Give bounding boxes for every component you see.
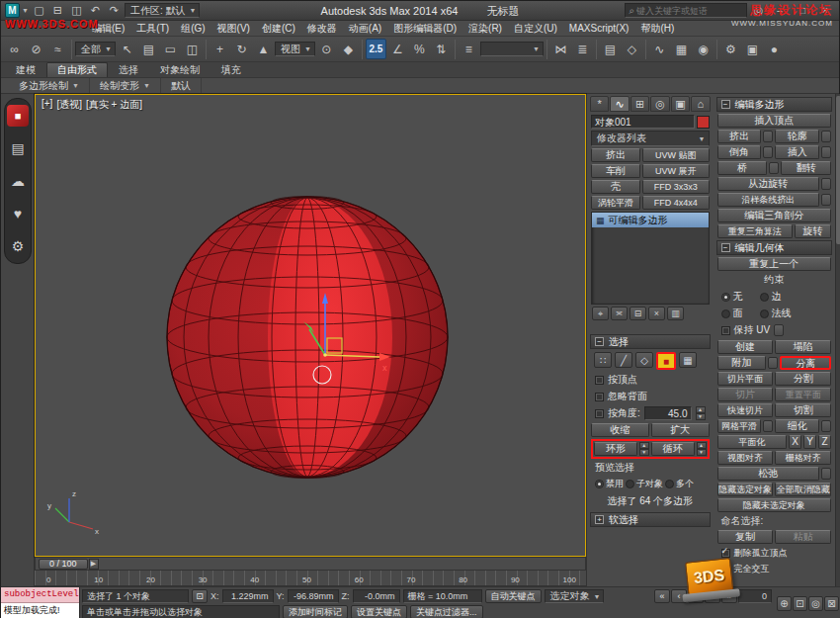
modifier-list-dropdown[interactable]: 修改器列表 ▼ xyxy=(591,131,710,146)
menu-graph-editors[interactable]: 图形编辑器(D) xyxy=(387,21,462,36)
slice-button[interactable]: 切片 xyxy=(717,388,774,401)
key-filter-selected-dropdown[interactable]: 选定对象 ▼ xyxy=(545,589,605,603)
relax-settings-button[interactable] xyxy=(821,468,831,480)
repeat-last-button[interactable]: 重复上一个 xyxy=(717,257,832,271)
viewport-canvas[interactable]: x x y z xyxy=(36,95,585,556)
auto-key-button[interactable]: 自动关键点 xyxy=(485,589,542,603)
track-bar-ruler[interactable]: 0 10 20 30 40 50 60 70 80 90 100 xyxy=(35,571,586,586)
insert-vertex-button[interactable]: 插入顶点 xyxy=(717,114,832,128)
red-cube-icon[interactable]: ■ xyxy=(7,105,29,127)
quick-modifier-shell[interactable]: 壳 xyxy=(591,180,640,194)
split-button[interactable]: 分割 xyxy=(775,372,831,386)
rectangular-selection-button[interactable]: ▭ xyxy=(160,39,181,59)
communication-center-button[interactable]: ◎ xyxy=(750,3,767,19)
collapse-button[interactable]: 塌陷 xyxy=(775,340,831,354)
constraint-edge-radio[interactable] xyxy=(760,293,769,302)
angle-value-field[interactable]: 45.0 xyxy=(644,406,692,420)
angle-spinner[interactable]: ▲▼ xyxy=(696,406,706,420)
tab-display[interactable]: ▣ xyxy=(671,96,690,112)
attach-button[interactable]: 附加 xyxy=(717,356,767,370)
listener-line[interactable]: 模型加载完成! xyxy=(1,603,79,618)
make-planar-button[interactable]: 平面化 xyxy=(717,435,788,449)
viewport-plus-menu[interactable]: [+] xyxy=(42,98,52,112)
hinge-from-edge-button[interactable]: 从边旋转 xyxy=(717,177,820,191)
edit-polygons-rollout-header[interactable]: − 编辑多边形 xyxy=(716,97,833,112)
bevel-button[interactable]: 倒角 xyxy=(717,145,762,159)
cut-button[interactable]: 切割 xyxy=(775,403,831,417)
hinge-settings-button[interactable] xyxy=(821,178,831,190)
cloud-icon[interactable]: ☁ xyxy=(7,170,29,192)
planar-y-button[interactable]: Y xyxy=(803,435,816,449)
spinner-snap-button[interactable]: ⇅ xyxy=(431,39,452,59)
menu-help[interactable]: 帮助(H) xyxy=(634,21,680,36)
tab-hierarchy[interactable]: ⊞ xyxy=(630,96,649,112)
vertex-subobject-button[interactable]: ∷ xyxy=(594,352,612,368)
pin-stack-button[interactable]: ⌖ xyxy=(592,307,609,320)
menu-customize[interactable]: 自定义(U) xyxy=(508,21,563,36)
align-button[interactable]: ≣ xyxy=(572,39,593,59)
edit-named-sets-button[interactable]: ≡ xyxy=(459,39,479,59)
panel-scrollbar[interactable] xyxy=(835,94,840,586)
select-and-rotate-button[interactable]: ↻ xyxy=(231,39,252,59)
unhide-all-button[interactable]: 全部取消隐藏 xyxy=(775,483,831,496)
relax-button[interactable]: 松弛 xyxy=(717,467,820,481)
paste-button[interactable]: 粘贴 xyxy=(775,530,831,544)
selection-filter-dropdown[interactable]: 全部 ▼ xyxy=(75,42,116,56)
selection-rollout-header[interactable]: − 选择 xyxy=(590,334,711,349)
select-and-move-button[interactable]: + xyxy=(210,39,230,59)
undo-button[interactable]: ↶ xyxy=(87,3,104,19)
outline-button[interactable]: 轮廓 xyxy=(775,130,819,143)
bridge-settings-button[interactable] xyxy=(769,162,779,174)
planar-x-button[interactable]: X xyxy=(789,435,801,449)
select-by-name-button[interactable]: ▤ xyxy=(138,39,159,59)
bevel-settings-button[interactable] xyxy=(763,146,773,158)
extrude-settings-button[interactable] xyxy=(763,131,773,142)
element-subobject-button[interactable]: ▦ xyxy=(679,352,697,368)
modifier-stack[interactable]: ▦ 可编辑多边形 xyxy=(591,212,710,305)
extrude-along-spline-settings-button[interactable] xyxy=(821,194,831,206)
add-time-tag-button[interactable]: 添加时间标记 xyxy=(283,605,348,618)
make-unique-button[interactable]: ⊟ xyxy=(630,307,646,320)
tab-motion[interactable]: ◎ xyxy=(650,96,669,112)
delete-isolated-vertices-checkbox[interactable] xyxy=(721,549,730,558)
preserve-uv-settings-button[interactable] xyxy=(774,324,784,336)
panel-paint-deform[interactable]: 绘制变形▼ xyxy=(90,78,161,93)
select-and-scale-button[interactable]: ▲ xyxy=(253,39,274,59)
material-editor-button[interactable]: ◉ xyxy=(693,39,714,59)
help-search-box[interactable]: ⌕ xyxy=(625,3,747,18)
quick-modifier-lathe[interactable]: 车削 xyxy=(591,164,640,178)
next-frame-nub[interactable]: ▶ xyxy=(89,559,99,570)
new-scene-button[interactable]: ▢ xyxy=(31,3,47,19)
panel-defaults[interactable]: 默认 xyxy=(161,78,202,93)
msmooth-settings-button[interactable] xyxy=(763,420,773,432)
ring-button[interactable]: 环形 xyxy=(594,442,637,456)
close-button[interactable]: × xyxy=(815,3,835,18)
render-setup-button[interactable]: ⚙ xyxy=(720,39,741,59)
selection-lock-toggle[interactable]: ⊡ xyxy=(192,589,208,603)
quick-modifier-unwrap-uvw[interactable]: UVW 展开 xyxy=(642,164,709,178)
copy-button[interactable]: 复制 xyxy=(717,530,774,544)
quick-modifier-extrude[interactable]: 挤出 xyxy=(591,148,640,162)
remove-modifier-button[interactable]: × xyxy=(648,307,665,320)
detach-button[interactable]: 分离 xyxy=(780,356,831,370)
gear-icon[interactable]: ⚙ xyxy=(7,235,29,257)
loop-spinner[interactable]: ▲▼ xyxy=(697,442,707,456)
use-pivot-center-button[interactable]: ⊙ xyxy=(316,39,337,59)
macro-recorder-line[interactable]: subobjectLevel xyxy=(1,587,79,603)
planar-z-button[interactable]: Z xyxy=(818,435,831,449)
hide-unselected-button[interactable]: 隐藏未选定对象 xyxy=(717,498,832,512)
maxscript-mini-listener[interactable]: subobjectLevel 模型加载完成! xyxy=(1,587,80,618)
time-slider-handle[interactable]: 0 / 100 xyxy=(39,559,88,570)
current-frame-field[interactable]: 0 xyxy=(738,589,772,603)
minimize-button[interactable]: – xyxy=(770,3,790,18)
tab-modeling[interactable]: 建模 xyxy=(5,62,46,77)
workspace-dropdown[interactable]: 工作区: 默认 ▼ xyxy=(125,3,201,18)
reference-coordinate-dropdown[interactable]: 视图 ▼ xyxy=(275,42,315,56)
edit-geometry-rollout-header[interactable]: − 编辑几何体 xyxy=(716,240,833,255)
configure-modifier-sets-button[interactable]: ▥ xyxy=(667,307,684,320)
turn-button[interactable]: 旋转 xyxy=(795,224,831,238)
rendered-frame-button[interactable]: ▣ xyxy=(742,39,763,59)
quickslice-button[interactable]: 快速切片 xyxy=(717,403,774,417)
menu-edit[interactable]: 编辑(E) xyxy=(86,21,130,36)
menu-tools[interactable]: 工具(T) xyxy=(130,21,175,36)
